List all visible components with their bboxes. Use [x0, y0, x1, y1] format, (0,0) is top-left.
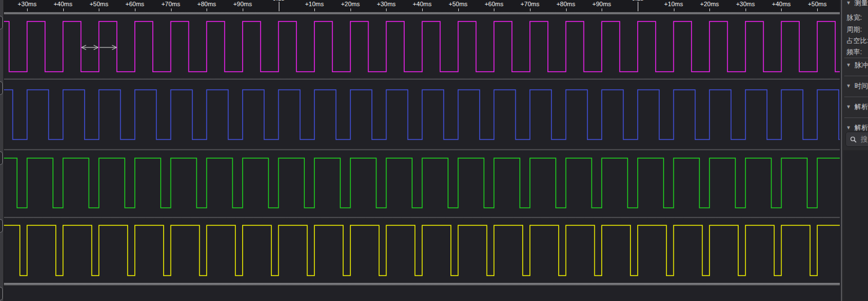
row-divider-0[interactable]: [3, 78, 840, 80]
ruler-tick: [566, 8, 567, 11]
section-title: 时间标记: [854, 82, 868, 90]
ruler-label: +30ms: [377, 1, 396, 7]
ruler-label: +70ms: [520, 1, 539, 7]
row-divider-bottom[interactable]: [0, 282, 840, 286]
measurement-label-period: 周期:: [847, 25, 862, 34]
ruler-tick: [314, 8, 315, 11]
channel-row-0[interactable]: [3, 15, 840, 78]
ruler-tick: [817, 8, 818, 11]
row-divider-2[interactable]: [3, 216, 840, 218]
ruler-tick: [494, 8, 494, 11]
ruler-label: +50ms: [808, 1, 826, 7]
channel-tab-1[interactable]: [0, 81, 3, 95]
channel-row-4-empty[interactable]: [3, 286, 840, 301]
sidebar-section-pulse-counter[interactable]: ▼脉冲计数: [846, 60, 868, 70]
ruler-label: +30ms: [17, 1, 36, 7]
channel-tab-strip: [0, 0, 4, 301]
ruler-label: +10ms: [664, 1, 683, 7]
channel-tab-4[interactable]: [0, 287, 3, 300]
sidebar-section-measurements[interactable]: ▼测量: [846, 0, 868, 8]
ruler-label: +50ms: [90, 1, 108, 7]
section-title: 测量: [854, 0, 868, 7]
sidebar-section-timing-markers[interactable]: ▼时间标记: [846, 81, 868, 91]
channel-row-3[interactable]: [3, 218, 840, 282]
ruler-tick: [422, 8, 423, 11]
channel-row-2[interactable]: [3, 150, 840, 216]
ruler-tick: [63, 8, 64, 11]
section-title: 脉冲计数: [854, 61, 868, 69]
ruler-tick: [350, 8, 351, 11]
channel-tab-2[interactable]: [0, 151, 3, 165]
ruler-tick: [99, 8, 99, 11]
ruler-tick: [746, 8, 746, 11]
collapse-triangle-icon: ▼: [846, 0, 851, 6]
ruler-label: +40ms: [413, 1, 431, 7]
ruler-label: +90ms: [233, 1, 252, 7]
ruler-tick: [781, 8, 782, 11]
ruler-label: 0.1s: [273, 0, 284, 2]
logic-analyzer-window: +30ms+40ms+50ms+60ms+70ms+80ms+90ms0.1s+…: [0, 0, 868, 301]
ruler-tick: [530, 8, 531, 11]
ruler-major-tick: [638, 2, 638, 11]
sidebar: ▼测量 脉宽: 周期: 占空比: 频率: ▼脉冲计数 ▼时间标记 ▼解析器 ▼解…: [841, 0, 868, 301]
ruler-tick: [386, 8, 387, 11]
ruler-tick: [27, 8, 28, 11]
sidebar-section-analyzers[interactable]: ▼解析器: [846, 102, 868, 112]
section-title: 解析结果: [854, 124, 868, 132]
decoded-results-panel: [843, 150, 868, 301]
ruler-label: +40ms: [772, 1, 791, 7]
ruler-major-tick: [279, 2, 279, 11]
sidebar-separator: [844, 58, 868, 58]
ruler-label: +80ms: [556, 1, 575, 7]
channel-row-1[interactable]: [3, 80, 840, 149]
ruler-label: +70ms: [161, 1, 180, 7]
search-input[interactable]: [860, 134, 868, 144]
collapse-triangle-icon: ▼: [846, 62, 851, 68]
row-divider-1[interactable]: [3, 149, 840, 150]
sidebar-separator: [844, 76, 868, 76]
ruler-tick: [458, 8, 459, 11]
timeline-ruler[interactable]: +30ms+40ms+50ms+60ms+70ms+80ms+90ms0.1s+…: [3, 0, 840, 12]
measurement-label-duty-cycle: 占空比:: [847, 36, 868, 46]
ruler-label: +20ms: [341, 1, 360, 7]
ruler-shadow-divider: [0, 12, 840, 15]
sidebar-separator: [844, 97, 868, 97]
collapse-triangle-icon: ▼: [846, 104, 851, 110]
ruler-tick: [602, 8, 602, 11]
search-icon: [850, 136, 857, 143]
ruler-tick: [709, 8, 710, 11]
ruler-label: +60ms: [125, 1, 144, 7]
ruler-label: +40ms: [54, 1, 72, 7]
ruler-label: +10ms: [305, 1, 323, 7]
ruler-label: +50ms: [449, 1, 467, 7]
ruler-tick: [243, 8, 243, 11]
collapse-triangle-icon: ▼: [846, 83, 851, 89]
channel-tab-0[interactable]: [0, 16, 3, 29]
ruler-tick: [171, 8, 172, 11]
ruler-label: +90ms: [593, 1, 611, 7]
sidebar-separator: [844, 117, 868, 118]
ruler-label: +30ms: [736, 1, 755, 7]
ruler-tick: [207, 8, 207, 11]
ruler-label: 0.2s: [632, 0, 643, 2]
measurement-label-pulse-width: 脉宽:: [847, 13, 862, 23]
measurement-label-frequency: 频率:: [847, 47, 862, 57]
ruler-label: +80ms: [198, 1, 216, 7]
ruler-tick: [135, 8, 135, 11]
section-title: 解析器: [854, 103, 868, 111]
ruler-label: +60ms: [485, 1, 503, 7]
search-box[interactable]: [845, 132, 868, 147]
ruler-label: +20ms: [700, 1, 719, 7]
channel-tab-3[interactable]: [0, 219, 3, 233]
ruler-tick: [674, 8, 674, 11]
collapse-triangle-icon: ▼: [846, 125, 851, 130]
